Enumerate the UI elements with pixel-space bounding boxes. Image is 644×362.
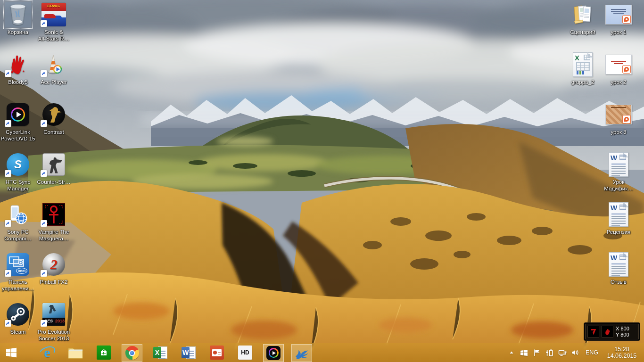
steam-logo-icon bbox=[5, 302, 31, 327]
empty-cell bbox=[565, 102, 601, 152]
recycle-bin-icon bbox=[5, 2, 31, 27]
shortcut-arrow-icon bbox=[5, 220, 11, 227]
empty-cell bbox=[565, 152, 601, 202]
action-center-flag-icon[interactable] bbox=[533, 348, 541, 357]
start-button[interactable] bbox=[0, 343, 23, 362]
desktop-icon-cyberlink-powerdvd[interactable]: CyberLink PowerDVD 15 bbox=[0, 102, 36, 152]
desktop-icon-sony-pc-companion[interactable]: Sony PC Compani… bbox=[0, 202, 36, 252]
powerdvd-icon bbox=[5, 102, 31, 127]
taskbar-windows-store[interactable] bbox=[93, 343, 114, 362]
icon-label: Pinball FX2 bbox=[40, 279, 68, 285]
show-hidden-icons-button[interactable] bbox=[507, 348, 516, 357]
bloody-hand-icon bbox=[5, 52, 31, 77]
sonic-game-icon: SONIC bbox=[41, 2, 67, 27]
desktop-icon-urok1[interactable]: урок 1 bbox=[601, 2, 636, 52]
counter-strike-icon bbox=[41, 152, 67, 177]
desktop-icon-folder-scenariy[interactable]: Сценарий bbox=[565, 2, 601, 52]
pes-2013-icon: PES 2013 bbox=[41, 302, 67, 327]
desktop-icon-otzyv[interactable]: W Отзыв bbox=[601, 252, 636, 302]
desktop-icon-sonic-all-stars[interactable]: SONIC Sonic & All-Stars R… bbox=[36, 2, 72, 52]
shortcut-arrow-icon bbox=[41, 270, 47, 277]
word-document-icon: W bbox=[605, 152, 632, 177]
bloody-hand-icon bbox=[602, 326, 613, 337]
ace-player-cone-icon bbox=[41, 52, 67, 77]
desktop-icon-urok2[interactable]: урок 2 bbox=[601, 52, 636, 102]
icon-label: урок 3 bbox=[611, 129, 626, 135]
folder-documents-icon bbox=[570, 2, 596, 27]
taskbar-word[interactable]: W bbox=[178, 343, 199, 362]
network-icon[interactable] bbox=[558, 348, 567, 357]
desktop-icon-vampire-masquerade[interactable]: Vampire The Masquera… bbox=[36, 202, 72, 252]
icon-label: Bloody5 bbox=[8, 79, 28, 85]
mouse-coordinates: X 800 Y 800 bbox=[616, 326, 629, 338]
bloody-dpi-icon bbox=[587, 326, 599, 337]
ppt-slide-white-icon bbox=[605, 52, 632, 77]
taskbar-items: e X bbox=[0, 343, 312, 362]
folder-icon bbox=[68, 346, 83, 359]
blue-bird-icon bbox=[295, 346, 309, 360]
word-document-icon: W bbox=[605, 252, 632, 277]
windows-store-icon bbox=[97, 346, 111, 360]
device-settings-icon[interactable] bbox=[545, 348, 554, 357]
icon-label: Отзыв bbox=[611, 279, 627, 285]
taskbar-blue-bird-app[interactable] bbox=[291, 344, 312, 362]
tray-clock[interactable]: 15:28 14.06.2015 bbox=[604, 346, 639, 359]
taskbar-file-explorer[interactable] bbox=[65, 343, 86, 362]
desktop-icon-urok-modifikaciya[interactable]: W Урок Модифик… bbox=[601, 152, 636, 202]
icon-label: Counter-Str… bbox=[37, 179, 71, 185]
desktop-icons-right: Сценарий урок 1 X gruppa_2 bbox=[565, 2, 636, 302]
ppt-slide-tan-icon bbox=[605, 102, 632, 127]
icon-label: Корзина bbox=[8, 29, 28, 35]
shortcut-arrow-icon bbox=[5, 120, 11, 127]
icon-label: Рецензия bbox=[607, 229, 631, 235]
shortcut-arrow-icon bbox=[5, 320, 11, 327]
icon-label: урок 1 bbox=[611, 29, 626, 35]
icon-label: Vampire The Masquera… bbox=[39, 229, 69, 242]
powerpoint-logo-icon bbox=[622, 65, 631, 74]
powerpoint-logo-icon bbox=[622, 15, 631, 24]
desktop-icon-intel-control-panel[interactable]: intel Панель управлени… bbox=[0, 252, 36, 302]
sony-pc-companion-icon bbox=[5, 202, 31, 227]
windows-tray-icon[interactable] bbox=[520, 348, 528, 357]
taskbar-powerpoint[interactable] bbox=[206, 343, 227, 362]
taskbar-hd-app[interactable]: HD bbox=[235, 343, 256, 362]
desktop-icon-urok3[interactable]: урок 3 bbox=[601, 102, 636, 152]
desktop-icon-contrast[interactable]: Contrast bbox=[36, 102, 72, 152]
empty-cell bbox=[565, 252, 601, 302]
system-tray: ENG 15:28 14.06.2015 bbox=[507, 343, 644, 362]
icon-label: урок 2 bbox=[611, 79, 626, 85]
word-icon: W bbox=[182, 346, 196, 360]
desktop-icon-gruppa2[interactable]: X gruppa_2 bbox=[565, 52, 601, 102]
contrast-game-icon bbox=[41, 102, 67, 127]
powerpoint-logo-icon bbox=[622, 115, 631, 123]
desktop-icon-htc-sync-manager[interactable]: S HTC Sync Manager bbox=[0, 152, 36, 202]
shortcut-arrow-icon bbox=[41, 170, 47, 177]
icon-label: HTC Sync Manager bbox=[6, 179, 30, 192]
taskbar-excel[interactable]: X bbox=[150, 343, 171, 362]
powerpoint-icon bbox=[210, 346, 224, 360]
icon-label: Сценарий bbox=[570, 29, 595, 35]
icon-label: Панель управлени… bbox=[2, 279, 34, 292]
volume-icon[interactable] bbox=[571, 348, 579, 357]
chrome-icon bbox=[125, 346, 139, 360]
desktop-icon-recenziya[interactable]: W Рецензия bbox=[601, 202, 636, 252]
desktop-icon-bloody5[interactable]: Bloody5 bbox=[0, 52, 36, 102]
icon-label: Sonic & All-Stars R… bbox=[38, 29, 69, 42]
icon-label: gruppa_2 bbox=[571, 79, 594, 85]
taskbar: e X bbox=[0, 343, 644, 362]
ppt-slide-blue-icon bbox=[605, 2, 632, 27]
desktop-icon-recycle-bin[interactable]: Корзина bbox=[0, 2, 36, 52]
tray-time: 15:28 bbox=[604, 346, 639, 353]
taskbar-powerdvd[interactable] bbox=[263, 344, 284, 362]
taskbar-internet-explorer[interactable]: e bbox=[37, 343, 58, 362]
desktop-icon-counter-strike[interactable]: Counter-Str… bbox=[36, 152, 72, 202]
desktop-icon-pinball-fx2[interactable]: 2 Pinball FX2 bbox=[36, 252, 72, 302]
shortcut-arrow-icon bbox=[5, 170, 11, 177]
icon-label: Ace Player bbox=[41, 79, 67, 85]
taskbar-chrome[interactable] bbox=[122, 344, 142, 362]
internet-explorer-icon: e bbox=[40, 345, 55, 360]
desktop-icon-ace-player[interactable]: Ace Player bbox=[36, 52, 72, 102]
tray-date: 14.06.2015 bbox=[604, 353, 639, 359]
powerdvd-icon bbox=[266, 346, 281, 360]
language-indicator[interactable]: ENG bbox=[586, 349, 598, 356]
